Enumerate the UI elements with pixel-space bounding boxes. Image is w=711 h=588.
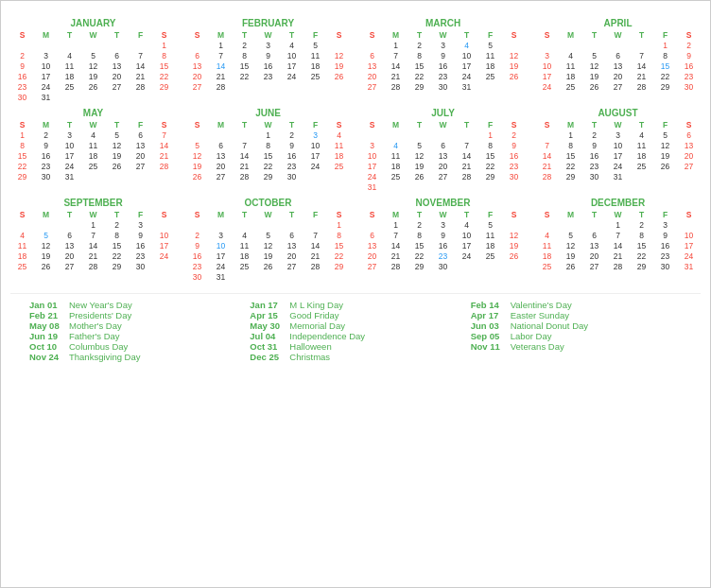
cal-day: 5 xyxy=(81,50,105,61)
cal-day: 5 xyxy=(105,130,129,140)
cal-day: 8 xyxy=(653,50,677,61)
cal-day xyxy=(280,219,303,230)
cal-day: 14 xyxy=(152,140,176,150)
holiday-item: Sep 05Labor Day xyxy=(471,331,682,341)
cal-day: 17 xyxy=(606,150,630,161)
day-header: T xyxy=(58,120,81,130)
cal-day: 29 xyxy=(630,261,653,271)
cal-day: 5 xyxy=(582,50,606,61)
cal-day: 8 xyxy=(256,140,280,150)
cal-day: 2 xyxy=(502,130,526,140)
cal-day: 9 xyxy=(431,230,455,240)
cal-day xyxy=(535,40,559,50)
cal-day: 16 xyxy=(431,61,455,71)
month-title-september: SEPTEMBER xyxy=(10,198,176,208)
month-november: NOVEMBERSMTWTFS1234567891011121314151617… xyxy=(360,198,526,282)
cal-day: 20 xyxy=(431,161,455,171)
cal-table: SMTWTFS123456789101112131415161718192021… xyxy=(185,120,351,182)
cal-day: 14 xyxy=(384,240,408,251)
month-march: MARCHSMTWTFS1234567891011121314151617181… xyxy=(360,18,526,102)
day-header: F xyxy=(653,210,677,219)
day-header: M xyxy=(559,30,582,40)
cal-day: 7 xyxy=(129,50,152,61)
cal-day: 27 xyxy=(58,261,81,271)
cal-day: 23 xyxy=(10,81,34,92)
holiday-item: Jan 01New Year's Day xyxy=(29,300,240,310)
cal-day: 22 xyxy=(653,71,677,81)
cal-day: 4 xyxy=(233,230,256,240)
cal-day: 16 xyxy=(502,150,526,161)
cal-day: 31 xyxy=(677,261,701,271)
cal-day: 6 xyxy=(105,50,129,61)
cal-day xyxy=(408,182,431,192)
cal-day: 15 xyxy=(408,61,431,71)
cal-day: 7 xyxy=(233,140,256,150)
cal-day: 24 xyxy=(152,251,176,261)
cal-day: 28 xyxy=(129,81,152,92)
cal-day: 31 xyxy=(606,171,630,182)
cal-day: 27 xyxy=(280,261,303,271)
cal-day: 23 xyxy=(677,71,701,81)
cal-day: 6 xyxy=(360,50,384,61)
cal-day: 13 xyxy=(360,240,384,251)
cal-day: 26 xyxy=(653,161,677,171)
cal-day xyxy=(233,271,256,282)
cal-day: 12 xyxy=(582,61,606,71)
cal-day: 24 xyxy=(535,81,559,92)
cal-day: 14 xyxy=(303,240,327,251)
cal-day: 12 xyxy=(502,230,526,240)
day-header: F xyxy=(653,120,677,130)
cal-day: 29 xyxy=(478,171,502,182)
cal-day: 1 xyxy=(559,130,582,140)
cal-day: 4 xyxy=(280,40,303,50)
cal-day xyxy=(360,40,384,50)
cal-day: 11 xyxy=(81,140,105,150)
cal-day: 23 xyxy=(185,261,209,271)
cal-day: 24 xyxy=(34,81,58,92)
cal-day: 25 xyxy=(535,261,559,271)
cal-day: 9 xyxy=(280,140,303,150)
cal-day xyxy=(327,81,351,92)
cal-day: 24 xyxy=(455,71,478,81)
cal-day: 4 xyxy=(455,219,478,230)
cal-day: 25 xyxy=(233,261,256,271)
cal-day: 4 xyxy=(81,130,105,140)
cal-day: 8 xyxy=(408,50,431,61)
cal-day: 27 xyxy=(129,161,152,171)
cal-day: 17 xyxy=(455,61,478,71)
cal-day: 22 xyxy=(152,71,176,81)
cal-day: 2 xyxy=(105,219,129,230)
cal-day xyxy=(58,40,81,50)
cal-day: 26 xyxy=(327,71,351,81)
cal-day: 29 xyxy=(559,171,582,182)
cal-day: 28 xyxy=(303,261,327,271)
cal-day xyxy=(129,40,152,50)
cal-day: 11 xyxy=(327,140,351,150)
cal-day xyxy=(152,261,176,271)
holiday-item: Feb 21Presidents' Day xyxy=(29,310,240,320)
cal-day: 9 xyxy=(129,230,152,240)
cal-day: 16 xyxy=(431,240,455,251)
cal-day: 16 xyxy=(582,150,606,161)
cal-day xyxy=(209,130,233,140)
cal-day: 29 xyxy=(10,171,34,182)
cal-day: 25 xyxy=(384,171,408,182)
cal-day xyxy=(606,40,630,50)
cal-day xyxy=(630,40,653,50)
day-header: S xyxy=(152,120,176,130)
month-title-july: JULY xyxy=(360,108,526,118)
cal-day xyxy=(233,219,256,230)
cal-day: 14 xyxy=(233,150,256,161)
holiday-name: Labor Day xyxy=(511,331,552,341)
cal-day: 19 xyxy=(256,251,280,261)
cal-day: 12 xyxy=(502,50,526,61)
cal-day: 19 xyxy=(502,240,526,251)
day-header: S xyxy=(535,210,559,219)
cal-day: 26 xyxy=(185,171,209,182)
cal-day: 18 xyxy=(10,251,34,261)
cal-day: 26 xyxy=(502,71,526,81)
holiday-item: May 30Memorial Day xyxy=(250,320,460,331)
cal-day: 31 xyxy=(58,171,81,182)
cal-day: 4 xyxy=(455,40,478,50)
holiday-date: May 08 xyxy=(29,320,65,331)
